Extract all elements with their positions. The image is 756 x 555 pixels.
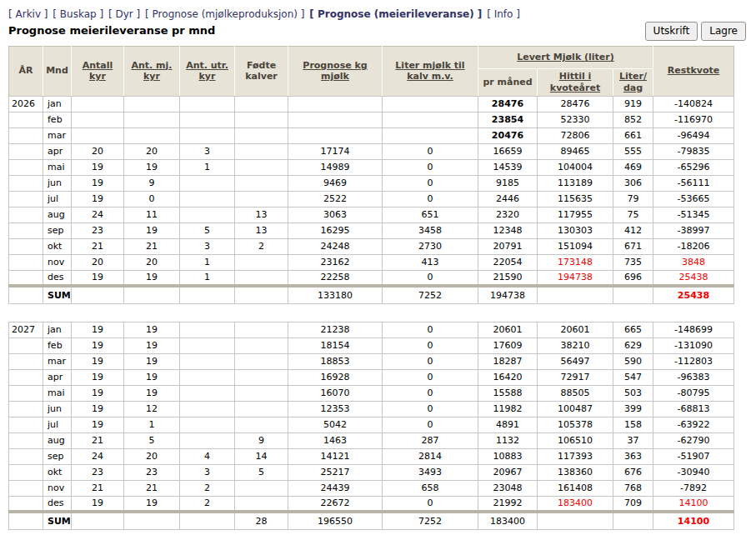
cell-antall-kyr xyxy=(72,286,124,303)
cell-mnd: sep xyxy=(43,222,72,238)
header-liter-dag[interactable]: Liter/ dag xyxy=(613,69,653,97)
cell-ant-utr-kyr xyxy=(180,369,235,385)
table-row: mai19191607001558888505503-80795 xyxy=(9,385,734,401)
cell-liter-mjolk-til-kalv: 0 xyxy=(383,369,478,385)
cell-prognose-kg-mjolk: 14121 xyxy=(288,448,383,464)
cell-ant-utr-kyr: 1 xyxy=(180,270,235,286)
cell-hittil-i-kvotearet xyxy=(538,286,613,303)
cell-pr-maned: 12348 xyxy=(478,222,538,238)
cell-ar xyxy=(9,353,43,369)
cell-hittil-i-kvotearet: 100487 xyxy=(538,401,613,417)
cell-ant-utr-kyr xyxy=(180,417,235,432)
cell-liter-mjolk-til-kalv: 0 xyxy=(383,417,478,432)
cell-ar: 2027 xyxy=(9,322,43,338)
cell-ant-mj-kyr: 19 xyxy=(124,496,180,512)
cell-mnd: jun xyxy=(43,401,72,417)
print-button[interactable]: Utskrift xyxy=(645,22,698,41)
cell-pr-maned: 20601 xyxy=(478,322,538,338)
cell-ant-mj-kyr xyxy=(124,286,180,303)
cell-ar xyxy=(9,175,43,191)
cell-ant-mj-kyr: 19 xyxy=(124,353,180,369)
cell-ant-mj-kyr: 19 xyxy=(124,385,180,401)
cell-liter-mjolk-til-kalv: 651 xyxy=(383,207,478,222)
cell-prognose-kg-mjolk: 16295 xyxy=(288,222,383,238)
sum-row: SUM28196550725218340014100 xyxy=(9,512,734,529)
cell-mnd: aug xyxy=(43,207,72,222)
nav-item-dyr[interactable]: [ Dyr ] xyxy=(108,8,140,20)
cell-liter-dag: 547 xyxy=(613,369,653,385)
nav-item-prognose-mjolkeproduksjon[interactable]: [ Prognose (mjølkeproduksjon) ] xyxy=(145,8,304,20)
cell-mnd: feb xyxy=(43,338,72,353)
cell-mnd: okt xyxy=(43,464,72,480)
cell-ant-utr-kyr: 2 xyxy=(180,496,235,512)
cell-hittil-i-kvotearet: 52330 xyxy=(538,112,613,128)
header-antall-kyr[interactable]: Antall kyr xyxy=(72,47,124,97)
cell-hittil-i-kvotearet: 89465 xyxy=(538,143,613,159)
cell-ant-mj-kyr: 9 xyxy=(124,175,180,191)
cell-pr-maned: 28476 xyxy=(478,96,538,112)
cell-restkvote: 3848 xyxy=(653,254,734,270)
header-levert-mjolk-group[interactable]: Levert Mjølk (liter) xyxy=(478,47,653,69)
table-row: nov212122443965823048161408768-7892 xyxy=(9,480,734,496)
cell-restkvote: -18206 xyxy=(653,238,734,254)
header-ant-mj-kyr[interactable]: Ant. mj. kyr xyxy=(124,47,180,97)
cell-antall-kyr: 19 xyxy=(72,353,124,369)
nav-item-arkiv[interactable]: [ Arkiv ] xyxy=(8,8,48,20)
cell-hittil-i-kvotearet: 72806 xyxy=(538,128,613,143)
cell-restkvote: 14100 xyxy=(653,496,734,512)
cell-ant-mj-kyr: 1 xyxy=(124,417,180,432)
table-row: jun199946909185113189306-56111 xyxy=(9,175,734,191)
table-row: jun191212353011982100487399-68813 xyxy=(9,401,734,417)
cell-ant-utr-kyr: 3 xyxy=(180,238,235,254)
cell-ar xyxy=(9,128,43,143)
cell-fodte-kalver xyxy=(235,369,288,385)
header-ant-utr-kyr[interactable]: Ant. utr. kyr xyxy=(180,47,235,97)
cell-prognose-kg-mjolk: 24439 xyxy=(288,480,383,496)
cell-ar xyxy=(9,369,43,385)
cell-ant-mj-kyr: 20 xyxy=(124,143,180,159)
nav-item-info[interactable]: [ Info ] xyxy=(487,8,520,20)
cell-liter-mjolk-til-kalv: 0 xyxy=(383,159,478,175)
cell-mnd: jan xyxy=(43,322,72,338)
cell-ant-mj-kyr: 19 xyxy=(124,270,180,286)
cell-liter-dag: 665 xyxy=(613,322,653,338)
cell-prognose-kg-mjolk: 9469 xyxy=(288,175,383,191)
cell-restkvote: 14100 xyxy=(653,512,734,529)
header-restkvote[interactable]: Restkvote xyxy=(653,47,734,97)
cell-restkvote: -131090 xyxy=(653,338,734,353)
cell-ant-utr-kyr xyxy=(180,401,235,417)
cell-antall-kyr: 19 xyxy=(72,338,124,353)
header-prognose-kg-mjolk[interactable]: Prognose kg mjølk xyxy=(288,47,383,97)
table-row: sep231951316295345812348130303412-38997 xyxy=(9,222,734,238)
cell-ant-mj-kyr: 21 xyxy=(124,238,180,254)
cell-pr-maned: 183400 xyxy=(478,512,538,529)
table-row: aug2411133063651232011795575-51345 xyxy=(9,207,734,222)
cell-antall-kyr: 19 xyxy=(72,175,124,191)
table-row: des191912225802159019473869625438 xyxy=(9,270,734,286)
table-row: feb19191815401760938210629-131090 xyxy=(9,338,734,353)
cell-prognose-kg-mjolk: 21238 xyxy=(288,322,383,338)
cell-ant-mj-kyr: 19 xyxy=(124,338,180,353)
cell-ant-utr-kyr: 3 xyxy=(180,143,235,159)
cell-ant-mj-kyr xyxy=(124,96,180,112)
cell-pr-maned: 2320 xyxy=(478,207,538,222)
cell-ant-mj-kyr: 19 xyxy=(124,322,180,338)
cell-restkvote: -112803 xyxy=(653,353,734,369)
nav-item-buskap[interactable]: [ Buskap ] xyxy=(53,8,103,20)
cell-liter-mjolk-til-kalv xyxy=(383,128,478,143)
cell-mnd: feb xyxy=(43,112,72,128)
cell-antall-kyr: 21 xyxy=(72,238,124,254)
sum-row: SUM133180725219473825438 xyxy=(9,286,734,303)
table-row: apr202031717401665989465555-79835 xyxy=(9,143,734,159)
cell-ant-utr-kyr xyxy=(180,96,235,112)
cell-prognose-kg-mjolk: 18853 xyxy=(288,353,383,369)
header-liter-mjolk-til-kalv[interactable]: Liter mjølk til kalv m.v. xyxy=(383,47,478,97)
header-hittil-i-kvotearet[interactable]: Hittil i kvoteåret xyxy=(538,69,613,97)
save-button[interactable]: Lagre xyxy=(701,22,746,41)
cell-fodte-kalver xyxy=(235,338,288,353)
nav-item-prognose-meierileveranse[interactable]: [ Prognose (meierileveranse) ] xyxy=(309,8,482,20)
cell-pr-maned: 194738 xyxy=(478,286,538,303)
table-row: feb2385452330852-116970 xyxy=(9,112,734,128)
cell-liter-dag: 696 xyxy=(613,270,653,286)
cell-fodte-kalver: 14 xyxy=(235,448,288,464)
